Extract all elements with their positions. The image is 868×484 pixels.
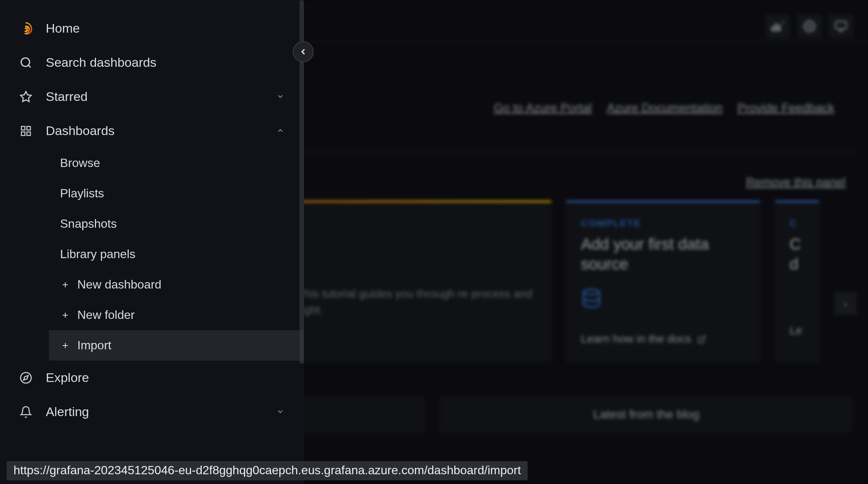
sidebar-subitem-library-panels[interactable]: Library panels — [49, 239, 304, 269]
sidebar-item-home[interactable]: Home — [0, 11, 304, 45]
sidebar-subitem-import[interactable]: + Import — [49, 330, 304, 361]
star-icon — [19, 90, 33, 104]
svg-rect-12 — [21, 126, 25, 130]
sidebar-item-label: Starred — [46, 89, 263, 104]
sidebar-item-explore[interactable]: Explore — [0, 361, 304, 395]
sidebar-subitem-new-dashboard[interactable]: + New dashboard — [49, 269, 304, 300]
svg-rect-14 — [27, 132, 30, 135]
sidebar-collapse-button[interactable] — [293, 41, 314, 62]
sidebar-item-label: Search dashboards — [46, 55, 285, 70]
chevron-down-icon — [276, 407, 285, 416]
sidebar-item-dashboards[interactable]: Dashboards — [0, 114, 304, 148]
sidebar-item-alerting[interactable]: Alerting — [0, 395, 304, 429]
sidebar-item-search[interactable]: Search dashboards — [0, 45, 304, 80]
sidebar-subitem-label: Playlists — [60, 186, 104, 200]
sidebar-item-label: Dashboards — [46, 123, 263, 138]
sidebar-subitem-new-folder[interactable]: + New folder — [49, 300, 304, 330]
grid-icon — [19, 124, 33, 138]
plus-icon: + — [60, 310, 71, 320]
sidebar-subitem-label: Snapshots — [60, 217, 117, 231]
sidebar-subitem-playlists[interactable]: Playlists — [49, 178, 304, 209]
sidebar-subitem-snapshots[interactable]: Snapshots — [49, 209, 304, 239]
svg-rect-13 — [27, 126, 30, 130]
sidebar-subitem-label: Import — [77, 338, 111, 352]
status-bar-url: https://grafana-202345125046-eu-d2f8gghq… — [7, 461, 528, 480]
sidebar-subitem-label: New folder — [77, 308, 135, 322]
search-icon — [19, 56, 33, 70]
sidebar-item-label: Home — [46, 21, 285, 36]
plus-icon: + — [60, 340, 71, 351]
sidebar-item-label: Alerting — [46, 404, 263, 419]
sidebar-item-starred[interactable]: Starred — [0, 80, 304, 114]
sidebar-subitem-label: Library panels — [60, 247, 135, 261]
svg-marker-17 — [24, 375, 28, 380]
sidebar-subitem-label: New dashboard — [77, 278, 161, 292]
plus-icon: + — [60, 280, 71, 290]
sidebar-item-label: Explore — [46, 370, 285, 385]
grafana-logo-icon — [19, 21, 33, 36]
svg-line-10 — [29, 65, 31, 67]
chevron-down-icon — [276, 92, 285, 101]
bell-icon — [19, 405, 33, 419]
sidebar-subitem-browse[interactable]: Browse — [49, 148, 304, 178]
svg-point-16 — [21, 372, 31, 383]
svg-marker-11 — [21, 91, 31, 101]
svg-rect-15 — [21, 132, 25, 135]
sidebar-subitem-label: Browse — [60, 156, 100, 170]
svg-point-9 — [21, 58, 30, 66]
chevron-up-icon — [276, 126, 285, 135]
compass-icon — [19, 371, 33, 385]
sidebar: Home Search dashboards Starred — [0, 0, 304, 484]
